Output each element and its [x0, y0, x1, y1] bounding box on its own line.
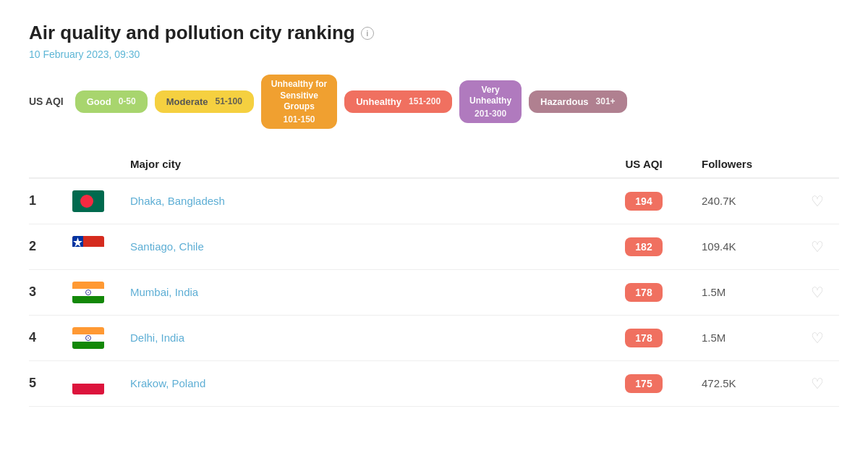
- badge-good-name: Good: [87, 96, 111, 107]
- flag-cell-2: [72, 236, 130, 258]
- svg-point-1: [80, 195, 93, 208]
- svg-point-10: [88, 292, 88, 292]
- badge-unhealthy: Unhealthy 151-200: [344, 90, 452, 113]
- badge-very-unhealthy-range: 201-300: [475, 109, 506, 119]
- badge-very-unhealthy: VeryUnhealthy 201-300: [459, 80, 522, 123]
- page-title: Air quality and pollution city ranking i: [29, 22, 839, 44]
- heart-cell-1[interactable]: ♡: [796, 193, 839, 210]
- flag-poland: [72, 373, 104, 394]
- svg-rect-17: [72, 384, 104, 394]
- rank-4: 4: [29, 330, 72, 345]
- svg-rect-16: [72, 373, 104, 384]
- header-followers: Followers: [687, 158, 796, 170]
- rank-1: 1: [29, 193, 72, 208]
- heart-icon-3[interactable]: ♡: [811, 284, 824, 301]
- heart-cell-3[interactable]: ♡: [796, 284, 839, 301]
- badge-hazardous-range: 301+: [596, 96, 616, 106]
- flag-bangladesh: [72, 190, 104, 212]
- svg-rect-8: [72, 296, 104, 303]
- city-name-2[interactable]: Santiago, Chile: [130, 240, 600, 253]
- aqi-legend-row: US AQI Good 0-50 Moderate 51-100 Unhealt…: [29, 75, 839, 129]
- badge-moderate-range: 51-100: [215, 96, 242, 106]
- date-label: 10 February 2023, 09:30: [29, 48, 839, 60]
- svg-rect-3: [72, 247, 104, 258]
- badge-hazardous: Hazardous 301+: [529, 90, 627, 113]
- table-body: 1 Dhaka, Bangladesh 194 240.7K ♡ 2 Santi…: [29, 179, 839, 407]
- heart-cell-2[interactable]: ♡: [796, 238, 839, 256]
- table-row: 1 Dhaka, Bangladesh 194 240.7K ♡: [29, 179, 839, 224]
- flag-cell-4: [72, 327, 130, 349]
- followers-1: 240.7K: [687, 195, 796, 207]
- followers-3: 1.5M: [687, 286, 796, 298]
- flag-cell-5: [72, 373, 130, 394]
- badge-good: Good 0-50: [75, 90, 148, 113]
- table-header: Major city US AQI Followers: [29, 151, 839, 179]
- badge-hazardous-name: Hazardous: [540, 96, 588, 107]
- header-city: Major city: [130, 158, 600, 170]
- header-aqi: US AQI: [600, 158, 687, 170]
- badge-sensitive-name: Unhealthy forSensitiveGroups: [271, 79, 327, 113]
- badge-moderate-name: Moderate: [166, 96, 208, 107]
- heart-cell-4[interactable]: ♡: [796, 329, 839, 347]
- heart-cell-5[interactable]: ♡: [796, 375, 839, 392]
- aqi-value-cell-3: 178: [600, 283, 687, 302]
- rank-5: 5: [29, 376, 72, 391]
- city-name-3[interactable]: Mumbai, India: [130, 286, 600, 298]
- followers-5: 472.5K: [687, 377, 796, 389]
- flag-cell-3: [72, 282, 130, 303]
- title-text: Air quality and pollution city ranking: [29, 22, 355, 44]
- aqi-value-4: 178: [625, 329, 662, 347]
- heart-icon-2[interactable]: ♡: [811, 238, 824, 256]
- flag-cell-1: [72, 190, 130, 212]
- aqi-value-5: 175: [625, 374, 662, 393]
- svg-rect-6: [72, 282, 104, 289]
- badge-unhealthy-range: 151-200: [409, 96, 441, 106]
- aqi-value-cell-1: 194: [600, 192, 687, 211]
- badge-good-range: 0-50: [119, 96, 136, 106]
- flag-india: [72, 327, 104, 349]
- table-row: 2 Santiago, Chile 182 109.4K ♡: [29, 224, 839, 270]
- aqi-value-3: 178: [625, 283, 662, 302]
- city-name-1[interactable]: Dhaka, Bangladesh: [130, 195, 600, 207]
- badge-unhealthy-name: Unhealthy: [356, 96, 401, 107]
- flag-chile: [72, 236, 104, 258]
- heart-icon-5[interactable]: ♡: [811, 375, 824, 392]
- rank-2: 2: [29, 239, 72, 254]
- table-row: 3 Mumbai, India 178 1.5M ♡: [29, 270, 839, 316]
- svg-rect-13: [72, 342, 104, 349]
- city-name-5[interactable]: Krakow, Poland: [130, 377, 600, 389]
- badge-sensitive-range: 101-150: [284, 114, 315, 124]
- flag-india: [72, 282, 104, 303]
- svg-point-15: [88, 337, 88, 338]
- aqi-value-cell-5: 175: [600, 374, 687, 393]
- rank-3: 3: [29, 284, 72, 300]
- info-icon[interactable]: i: [361, 27, 374, 40]
- aqi-value-2: 182: [625, 237, 662, 256]
- city-name-4[interactable]: Delhi, India: [130, 332, 600, 344]
- badge-very-unhealthy-name: VeryUnhealthy: [469, 85, 511, 107]
- table-row: 4 Delhi, India 178 1.5M ♡: [29, 316, 839, 361]
- aqi-legend-label: US AQI: [29, 96, 64, 107]
- table-row: 5 Krakow, Poland 175 472.5K ♡: [29, 361, 839, 407]
- followers-4: 1.5M: [687, 332, 796, 344]
- heart-icon-4[interactable]: ♡: [811, 329, 824, 347]
- badge-sensitive: Unhealthy forSensitiveGroups 101-150: [261, 75, 337, 129]
- aqi-value-cell-4: 178: [600, 329, 687, 347]
- heart-icon-1[interactable]: ♡: [811, 193, 824, 210]
- aqi-value-cell-2: 182: [600, 237, 687, 256]
- badge-moderate: Moderate 51-100: [155, 90, 254, 113]
- aqi-value-1: 194: [625, 192, 662, 211]
- svg-rect-11: [72, 327, 104, 334]
- followers-2: 109.4K: [687, 240, 796, 253]
